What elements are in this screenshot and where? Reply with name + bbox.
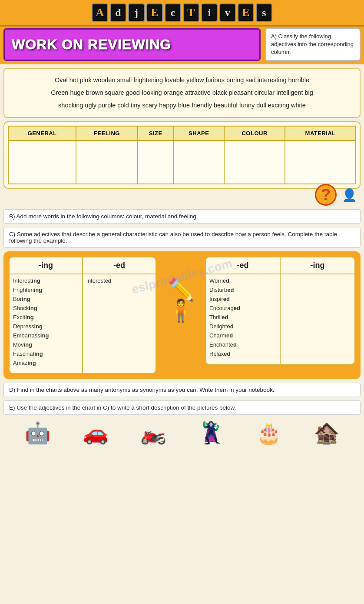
classify-label: A) Classify the following adjectives int… xyxy=(271,33,354,57)
letter-t: T xyxy=(183,3,199,22)
motorcycle-icon: 🏍️ xyxy=(140,421,166,445)
list-item xyxy=(86,304,152,314)
list-item xyxy=(86,295,152,304)
list-item: Moving xyxy=(13,340,79,349)
list-item: Charmed xyxy=(209,331,276,340)
list-item xyxy=(284,295,351,305)
list-item: Thrilled xyxy=(209,313,276,322)
table-section: GENERAL FEELING SIZE SHAPE COLOUR MATERI… xyxy=(3,121,361,189)
cell-shape[interactable] xyxy=(174,140,224,184)
car-icon: 🚗 xyxy=(83,421,109,445)
title-letters: A d j E c T i v E s xyxy=(92,3,272,22)
col-shape: SHAPE xyxy=(174,126,224,140)
list-item xyxy=(86,314,152,324)
word-line-1: Oval hot pink wooden small frightening l… xyxy=(13,74,351,87)
list-item xyxy=(284,324,351,334)
list-item xyxy=(284,314,351,324)
question-decoration: ? 👤 xyxy=(315,184,357,206)
ing-ed-right-header: -ed -ing xyxy=(206,257,354,274)
list-item xyxy=(86,343,152,352)
ed-col: interested xyxy=(83,274,156,373)
middle-figure: ✏️ 🧍 xyxy=(163,257,198,344)
col-colour: COLOUR xyxy=(224,126,285,140)
list-item: Enchanted xyxy=(209,340,276,349)
letter-a: A xyxy=(92,3,108,22)
list-item: Frightening xyxy=(13,285,79,294)
list-item xyxy=(86,352,152,362)
list-item xyxy=(86,324,152,333)
ing-ed-left-header: -ing -ed xyxy=(10,257,156,274)
letter-e2: E xyxy=(238,3,254,22)
list-item: Encouraged xyxy=(209,304,276,313)
adjectives-table: GENERAL FEELING SIZE SHAPE COLOUR MATERI… xyxy=(8,126,356,184)
section-e: E) Use the adjectives in the chart in C)… xyxy=(3,400,361,415)
section-b: B) Add more words in the following colum… xyxy=(3,209,361,224)
ing-right-col xyxy=(281,274,354,364)
cell-feeling[interactable] xyxy=(76,140,138,184)
list-item xyxy=(284,343,351,353)
list-item: Interesting xyxy=(13,276,79,285)
header-ed-right: -ed xyxy=(206,257,281,274)
ing-col: Interesting Frightening Boring Shocking … xyxy=(10,274,83,373)
letter-i: i xyxy=(201,3,218,22)
list-item: Relaxed xyxy=(209,349,276,358)
cell-material[interactable] xyxy=(285,140,356,184)
list-item: Inspired xyxy=(209,294,276,304)
word-list-area: Oval hot pink wooden small frightening l… xyxy=(3,68,361,118)
col-size: SIZE xyxy=(138,126,174,140)
ing-ed-right-table: -ed -ing Worried Disturbed Inspired Enco… xyxy=(205,257,355,365)
section-d-text: D) Find in the charts above as many anto… xyxy=(9,387,275,393)
cell-colour[interactable] xyxy=(224,140,285,184)
list-item: Boring xyxy=(13,294,79,304)
letter-s: s xyxy=(256,3,272,22)
list-item: Amazing xyxy=(13,358,79,367)
cake-icon: 🎂 xyxy=(256,421,282,445)
work-banner: WORK ON REVIEWING xyxy=(3,28,261,61)
list-item: Delighted xyxy=(209,322,276,331)
table-row xyxy=(8,140,356,184)
list-item xyxy=(86,285,152,295)
list-item xyxy=(86,362,152,371)
list-item xyxy=(284,334,351,343)
bottom-images: 🤖 🚗 🏍️ 🦹 🎂 🏚️ xyxy=(0,416,364,450)
superhero-icon: 🦹 xyxy=(198,421,224,445)
classify-box: A) Classify the following adjectives int… xyxy=(265,28,361,61)
word-line-3: shocking ugly purple cold tiny scary hap… xyxy=(13,99,351,112)
ing-ed-right-body: Worried Disturbed Inspired Encouraged Th… xyxy=(206,274,354,364)
list-item xyxy=(284,276,351,286)
table-header-row: GENERAL FEELING SIZE SHAPE COLOUR MATERI… xyxy=(8,126,356,140)
list-item xyxy=(86,333,152,343)
letter-e: E xyxy=(146,3,163,22)
col-general: GENERAL xyxy=(8,126,76,140)
word-line-2: Green huge brown square good-looking ora… xyxy=(13,87,351,99)
cell-size[interactable] xyxy=(138,140,174,184)
ing-ed-wrapper: -ing -ed Interesting Frightening Boring … xyxy=(3,251,361,379)
letter-c: c xyxy=(165,3,181,22)
banner-row: WORK ON REVIEWING A) Classify the follow… xyxy=(0,27,364,64)
banner-text: WORK ON REVIEWING xyxy=(12,37,171,53)
list-item: Exciting xyxy=(13,313,79,322)
col-feeling: FEELING xyxy=(76,126,138,140)
list-item xyxy=(284,286,351,295)
ed-right-col: Worried Disturbed Inspired Encouraged Th… xyxy=(206,274,281,364)
robot-icon: 🤖 xyxy=(25,421,51,445)
list-item: Depressing xyxy=(13,322,79,331)
letter-v: v xyxy=(219,3,236,22)
list-item xyxy=(284,305,351,314)
list-item: Disturbed xyxy=(209,285,276,294)
list-item: Worried xyxy=(209,276,276,285)
list-item: Fascinating xyxy=(13,349,79,358)
section-c: C) Some adjectives that describe a gener… xyxy=(3,227,361,248)
cell-general[interactable] xyxy=(8,140,76,184)
section-d: D) Find in the charts above as many anto… xyxy=(3,383,361,397)
letter-d: d xyxy=(110,3,126,22)
header-ing-right: -ing xyxy=(281,257,354,274)
haunted-house-icon: 🏚️ xyxy=(314,421,340,445)
list-item: Shocking xyxy=(13,304,79,313)
ing-ed-left-table: -ing -ed Interesting Frightening Boring … xyxy=(9,257,156,374)
section-c-text: C) Some adjectives that describe a gener… xyxy=(9,231,337,244)
list-item: Embarrassing xyxy=(13,331,79,340)
section-e-text: E) Use the adjectives in the chart in C)… xyxy=(9,404,236,411)
letter-j: j xyxy=(128,3,145,22)
section-b-text: B) Add more words in the following colum… xyxy=(9,213,198,220)
